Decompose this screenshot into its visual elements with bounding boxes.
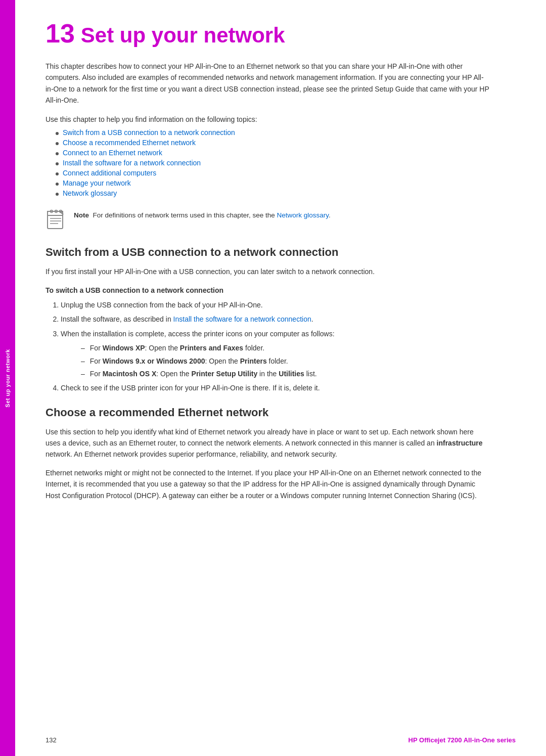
step2-text: Install the software, as described in In… bbox=[61, 315, 313, 323]
svg-text:✎: ✎ bbox=[60, 210, 64, 216]
list-item: Network glossary bbox=[56, 189, 516, 197]
bullet-icon bbox=[56, 193, 59, 196]
step1-text: Unplug the USB connection from the back … bbox=[61, 301, 263, 309]
bullet-icon bbox=[56, 162, 59, 165]
intro-paragraph: This chapter describes how to connect yo… bbox=[46, 61, 490, 106]
list-item: Install the software, as described in In… bbox=[61, 314, 516, 325]
list-item: – For Macintosh OS X: Open the Printer S… bbox=[81, 368, 516, 379]
bullet-icon bbox=[56, 142, 59, 145]
chapter-number: 13 bbox=[46, 20, 75, 47]
bullet-icon bbox=[56, 183, 59, 186]
note-icon: ✎ bbox=[46, 208, 67, 230]
list-item: Connect additional computers bbox=[56, 169, 516, 177]
page-footer: 132 HP Officejet 7200 All-in-One series bbox=[46, 736, 516, 744]
list-item: Choose a recommended Ethernet network bbox=[56, 139, 516, 147]
list-item: Switch from a USB connection to a networ… bbox=[56, 128, 516, 137]
list-item: – For Windows 9.x or Windows 2000: Open … bbox=[81, 355, 516, 367]
topic-link-glossary[interactable]: Network glossary bbox=[63, 189, 117, 197]
topic-link-ethernet[interactable]: Choose a recommended Ethernet network bbox=[63, 139, 196, 147]
step2-link[interactable]: Install the software for a network conne… bbox=[173, 315, 311, 323]
dash-item-winxp: For Windows XP: Open the Printers and Fa… bbox=[90, 342, 264, 353]
section2-para1: Use this section to help you identify wh… bbox=[46, 426, 490, 460]
section1-heading: Switch from a USB connection to a networ… bbox=[46, 246, 516, 259]
list-item: When the installation is complete, acces… bbox=[61, 328, 516, 380]
note-glossary-link[interactable]: Network glossary bbox=[277, 211, 329, 219]
bullet-icon bbox=[56, 132, 59, 135]
section2: Choose a recommended Ethernet network Us… bbox=[46, 406, 516, 501]
list-item: Connect to an Ethernet network bbox=[56, 149, 516, 157]
subsection-heading: To switch a USB connection to a network … bbox=[46, 286, 516, 294]
main-content: 13 Set up your network This chapter desc… bbox=[15, 0, 546, 756]
dash-icon: – bbox=[81, 355, 85, 367]
bullet-icon bbox=[56, 172, 59, 175]
section2-heading: Choose a recommended Ethernet network bbox=[46, 406, 516, 419]
dash-item-mac: For Macintosh OS X: Open the Printer Set… bbox=[90, 368, 317, 379]
list-item: Manage your network bbox=[56, 179, 516, 187]
topic-link-manage[interactable]: Manage your network bbox=[63, 179, 131, 187]
section2-para2: Ethernet networks might or might not be … bbox=[46, 467, 490, 501]
steps-list: Unplug the USB connection from the back … bbox=[61, 299, 516, 394]
topic-link-install[interactable]: Install the software for a network conne… bbox=[63, 159, 201, 167]
list-item: Unplug the USB connection from the back … bbox=[61, 299, 516, 310]
note-label: Note bbox=[74, 211, 89, 219]
topic-list: Switch from a USB connection to a networ… bbox=[56, 128, 516, 197]
topic-link-usb[interactable]: Switch from a USB connection to a networ… bbox=[63, 128, 235, 137]
note-body: For definitions of network terms used in… bbox=[91, 211, 331, 219]
dash-icon: – bbox=[81, 342, 85, 353]
section1-intro: If you first install your HP All-in-One … bbox=[46, 266, 490, 277]
topic-link-additional[interactable]: Connect additional computers bbox=[63, 169, 156, 177]
list-item: – For Windows XP: Open the Printers and … bbox=[81, 342, 516, 353]
list-item: Install the software for a network conne… bbox=[56, 159, 516, 167]
list-item: Check to see if the USB printer icon for… bbox=[61, 382, 516, 393]
step3-text: When the installation is complete, acces… bbox=[61, 330, 335, 338]
footer-product-name: HP Officejet 7200 All-in-One series bbox=[408, 736, 516, 744]
bullet-icon bbox=[56, 152, 59, 155]
topics-intro: Use this chapter to help you find inform… bbox=[46, 115, 516, 123]
note-text: Note For definitions of network terms us… bbox=[74, 208, 331, 221]
dash-list: – For Windows XP: Open the Printers and … bbox=[81, 342, 516, 379]
sidebar-tab-label: Set up your network bbox=[5, 349, 11, 407]
dash-item-win9x: For Windows 9.x or Windows 2000: Open th… bbox=[90, 355, 288, 367]
note-box: ✎ Note For definitions of network terms … bbox=[46, 208, 480, 230]
sidebar-tab: Set up your network bbox=[0, 0, 15, 756]
footer-page-number: 132 bbox=[46, 736, 57, 744]
chapter-name: Set up your network bbox=[81, 25, 285, 46]
step4-text: Check to see if the USB printer icon for… bbox=[61, 384, 320, 392]
topic-link-connect[interactable]: Connect to an Ethernet network bbox=[63, 149, 162, 157]
section1: Switch from a USB connection to a networ… bbox=[46, 246, 516, 394]
chapter-title-block: 13 Set up your network bbox=[46, 20, 516, 47]
dash-icon: – bbox=[81, 368, 85, 379]
